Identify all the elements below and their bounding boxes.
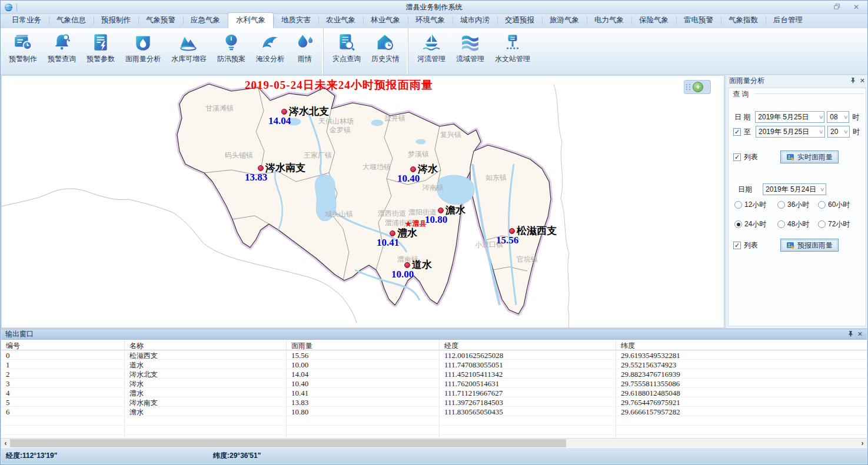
scroll-right-icon[interactable]: › — [858, 439, 867, 448]
toolbar-button-label: 防汛预案 — [217, 54, 245, 64]
menu-tab[interactable]: 旅游气象 — [542, 13, 587, 28]
toolbar: 预警制作预警查询预警参数面雨量分析水库可增容防汛预案淹没分析雨情灾点查询历史灾情… — [1, 28, 867, 75]
table-cell: 29.6188012485048 — [616, 388, 867, 397]
duration-radio[interactable]: 36小时 — [777, 200, 818, 210]
maximize-button[interactable] — [834, 4, 840, 11]
toolbar-button-alert-query[interactable]: 预警查询 — [42, 28, 81, 74]
to-checkbox[interactable]: ✓ — [733, 128, 741, 136]
realtime-list-checkbox[interactable]: ✓ — [733, 153, 741, 161]
column-header[interactable]: 编号 — [1, 340, 125, 350]
toolbar-button-history-disaster[interactable]: 历史灾情 — [366, 28, 405, 74]
menu-tab[interactable]: 交通预报 — [497, 13, 542, 28]
radio-circle-icon — [818, 201, 826, 209]
output-close-icon[interactable]: ✕ — [857, 330, 863, 338]
scroll-left-icon[interactable]: ‹ — [1, 439, 10, 448]
toolbar-button-basin[interactable]: 流域管理 — [451, 28, 490, 74]
menu-tab[interactable]: 气象信息 — [49, 13, 94, 28]
alert-params-icon — [91, 32, 111, 52]
duration-radio[interactable]: 72小时 — [818, 219, 850, 229]
toolbar-button-disaster-query[interactable]: 灾点查询 — [327, 28, 366, 74]
start-date-select[interactable]: 2019年 5月25日∨ — [755, 111, 824, 123]
toolbar-button-rain[interactable]: 雨情 — [290, 28, 320, 74]
alert-query-icon — [52, 32, 72, 52]
table-row[interactable]: 5涔水南支13.83111.39726718450329.76544769759… — [1, 397, 867, 407]
toolbar-button-reservoir[interactable]: 水库可增容 — [166, 28, 212, 74]
column-header[interactable]: 面雨量 — [287, 340, 440, 350]
forecast-date-select[interactable]: 2019年 5月24日∨ — [763, 183, 826, 195]
map-zoom-in-button[interactable]: + — [693, 82, 703, 92]
output-table[interactable]: 编号名称面雨量经度纬度0松滋西支15.56112.00162562502829.… — [1, 340, 867, 438]
toolbar-button-alert-params[interactable]: 预警参数 — [81, 28, 120, 74]
duration-radio[interactable]: 48小时 — [777, 219, 818, 229]
table-cell: 10.41 — [287, 388, 440, 397]
table-row[interactable] — [1, 416, 867, 426]
forecast-list-checkbox[interactable]: ✓ — [733, 242, 741, 249]
table-row[interactable]: 4澧水10.41111.71121966762729.6188012485048 — [1, 388, 867, 397]
table-row[interactable]: 0松滋西支15.56112.00162562502829.61935495322… — [1, 350, 867, 360]
table-row[interactable] — [1, 426, 867, 435]
duration-radio[interactable]: 24小时 — [734, 219, 777, 229]
radio-circle-icon — [818, 220, 826, 228]
station-name: 澹水 — [445, 203, 465, 217]
column-header[interactable]: 纬度 — [616, 340, 867, 350]
toolbar-button-area-rain[interactable]: 面雨量分析 — [120, 28, 166, 74]
menu-tab[interactable]: 后台管理 — [766, 13, 810, 28]
table-row[interactable]: 2涔水北支14.04111.45210541134229.88234767169… — [1, 369, 867, 379]
status-latitude: 纬度:29°36'51" — [213, 451, 261, 461]
menu-tab[interactable]: 保险气象 — [631, 13, 676, 28]
station-rain-value: 10.40 — [397, 173, 420, 185]
menu-tab[interactable]: 日常业务 — [4, 13, 49, 28]
menu-tab[interactable]: 应急气象 — [183, 13, 228, 28]
close-button[interactable]: ✕ — [853, 4, 859, 11]
panel-close-icon[interactable]: ✕ — [860, 77, 865, 85]
toolbar-button-label: 淹没分析 — [256, 54, 284, 64]
menu-tab[interactable]: 城市内涝 — [453, 13, 497, 28]
column-header[interactable]: 名称 — [125, 340, 287, 350]
town-label: 涔南镇 — [423, 183, 444, 193]
forecast-rain-button[interactable]: 预报面雨量 — [780, 239, 839, 252]
table-row[interactable]: 1道水10.00111.74708305505129.552156374923 — [1, 360, 867, 369]
toolbar-button-label: 预警制作 — [9, 54, 37, 64]
menu-tab[interactable]: 农业气象 — [318, 13, 363, 28]
menu-tab[interactable]: 电力气象 — [587, 13, 631, 28]
toolbar-button-alert-make[interactable]: 预警制作 — [4, 28, 42, 74]
pin-icon[interactable] — [850, 77, 856, 85]
end-hour-select[interactable]: 20∨ — [827, 126, 850, 138]
menu-tab[interactable]: 预报制作 — [94, 13, 138, 28]
table-cell — [616, 426, 867, 435]
chevron-down-icon: ∨ — [818, 114, 823, 120]
table-row[interactable]: 6澹水10.80111.83056505043529.6666157957282 — [1, 407, 867, 416]
end-date-select[interactable]: 2019年 5月25日∨ — [756, 126, 825, 138]
menu-tab[interactable]: 地质灾害 — [274, 13, 318, 28]
column-header[interactable]: 经度 — [440, 340, 616, 350]
toolbar-button-flood-plan[interactable]: 防汛预案 — [212, 28, 251, 74]
toolbar-button-hydro-station[interactable]: 水文站管理 — [490, 28, 536, 74]
drag-handle-icon[interactable] — [686, 84, 691, 90]
menu-tab[interactable]: 林业气象 — [363, 13, 408, 28]
realtime-rain-button[interactable]: 实时面雨量 — [780, 150, 839, 163]
menu-tab[interactable]: 环境气象 — [408, 13, 453, 28]
town-label: 王家厂镇 — [304, 150, 332, 160]
duration-radio[interactable]: 60小时 — [818, 200, 850, 210]
start-hour-select[interactable]: 08∨ — [827, 111, 849, 123]
toolbar-button-label: 水文站管理 — [495, 54, 530, 64]
duration-radio[interactable]: 12小时 — [734, 200, 777, 210]
menu-tab[interactable]: 气象预警 — [138, 13, 183, 28]
table-row[interactable]: 3涔水10.40111.7620051463129.7555811355086 — [1, 379, 867, 388]
table-cell: 2 — [1, 369, 125, 379]
toolbar-button-river[interactable]: 河流管理 — [412, 28, 451, 74]
duration-radio-label: 72小时 — [828, 219, 850, 229]
toolbar-button-label: 灾点查询 — [332, 54, 361, 64]
menu-tab[interactable]: 雷电预警 — [676, 13, 721, 28]
table-cell: 111.711219667627 — [440, 388, 616, 397]
flood-plan-icon — [221, 32, 241, 52]
panel-title: 面雨量分析 — [729, 76, 764, 86]
scrollbar-thumb[interactable] — [10, 439, 566, 447]
menu-tab[interactable]: 水利气象 — [228, 12, 274, 28]
toolbar-button-submerge[interactable]: 淹没分析 — [251, 28, 290, 74]
menu-tabs: 日常业务气象信息预报制作气象预警应急气象水利气象地质灾害农业气象林业气象环境气象… — [1, 14, 867, 28]
menu-tab[interactable]: 气象指数 — [721, 13, 766, 28]
map-canvas[interactable]: 2019-05-24日未来24小时预报面雨量 甘溪滩镇盐井镇天供山林场金罗镇复兴… — [1, 75, 724, 328]
pin-icon[interactable] — [848, 330, 853, 339]
horizontal-scrollbar[interactable]: ‹ › — [1, 438, 867, 448]
